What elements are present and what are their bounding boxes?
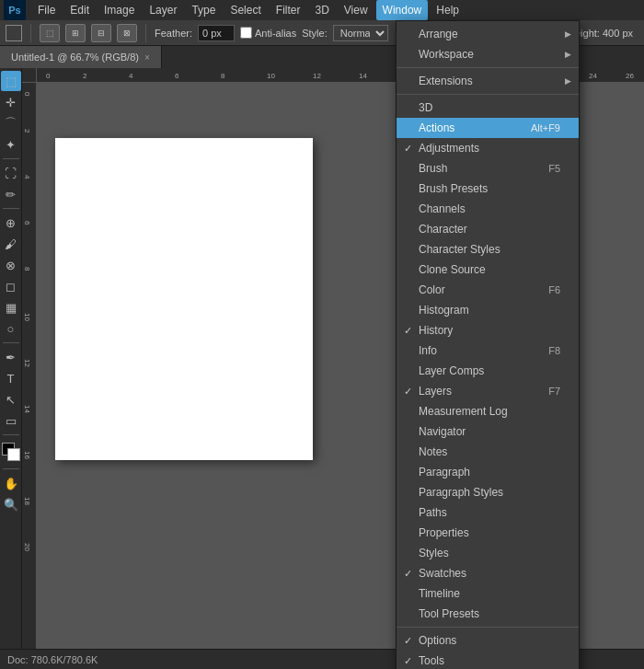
menu-item-brush-presets[interactable]: Brush Presets — [397, 179, 579, 199]
menu-item-properties[interactable]: Properties — [397, 523, 579, 543]
menu-item-extensions[interactable]: Extensions — [397, 71, 579, 91]
menu-item-3d[interactable]: 3D — [397, 98, 579, 118]
menu-item-measurement-log[interactable]: Measurement Log — [397, 401, 579, 421]
menu-item-timeline[interactable]: Timeline — [397, 583, 579, 604]
menu-item-paths[interactable]: Paths — [397, 502, 579, 523]
menu-item-clone-source[interactable]: Clone Source — [397, 260, 579, 280]
menu-item-swatches[interactable]: Swatches — [397, 563, 579, 583]
menu-item-paragraph-styles[interactable]: Paragraph Styles — [397, 482, 579, 502]
menu-separator-1 — [397, 67, 579, 68]
menu-item-info[interactable]: Info F8 — [397, 340, 579, 361]
menu-separator-2 — [397, 94, 579, 95]
menu-item-tools[interactable]: Tools — [397, 651, 579, 669]
dropdown-overlay[interactable]: Arrange Workspace Extensions 3D Actions … — [0, 0, 644, 669]
menu-item-layers[interactable]: Layers F7 — [397, 381, 579, 401]
window-menu-dropdown: Arrange Workspace Extensions 3D Actions … — [396, 20, 580, 669]
menu-item-color[interactable]: Color F6 — [397, 280, 579, 300]
menu-item-layer-comps[interactable]: Layer Comps — [397, 361, 579, 381]
menu-item-actions[interactable]: Actions Alt+F9 — [397, 118, 579, 138]
menu-item-paragraph[interactable]: Paragraph — [397, 462, 579, 482]
menu-item-options[interactable]: Options — [397, 630, 579, 651]
menu-item-brush[interactable]: Brush F5 — [397, 158, 579, 179]
menu-item-adjustments[interactable]: Adjustments — [397, 138, 579, 158]
menu-item-workspace[interactable]: Workspace — [397, 44, 579, 64]
menu-item-arrange[interactable]: Arrange — [397, 24, 579, 44]
menu-item-styles[interactable]: Styles — [397, 543, 579, 563]
menu-item-navigator[interactable]: Navigator — [397, 421, 579, 442]
menu-item-histogram[interactable]: Histogram — [397, 300, 579, 320]
menu-item-notes[interactable]: Notes — [397, 442, 579, 462]
menu-item-tool-presets[interactable]: Tool Presets — [397, 604, 579, 624]
menu-item-history[interactable]: History — [397, 320, 579, 340]
menu-item-channels[interactable]: Channels — [397, 199, 579, 219]
menu-separator-3 — [397, 627, 579, 628]
menu-item-character[interactable]: Character — [397, 219, 579, 239]
menu-item-character-styles[interactable]: Character Styles — [397, 239, 579, 260]
